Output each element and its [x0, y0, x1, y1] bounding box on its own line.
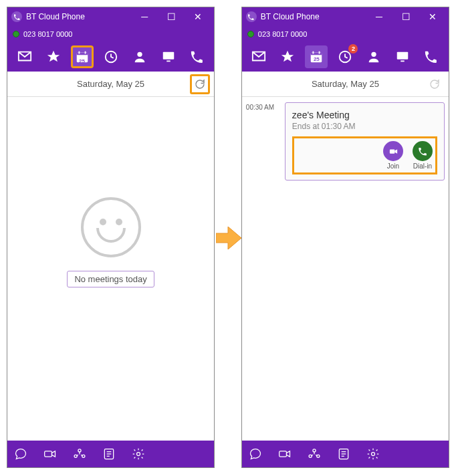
join-action: Join — [383, 141, 403, 170]
svg-point-28 — [309, 455, 312, 457]
minimize-button[interactable]: ─ — [131, 9, 158, 25]
meeting-actions: Join Dial-in — [292, 136, 437, 174]
app-title: BT Cloud Phone — [26, 12, 85, 21]
tab-calendar[interactable]: 25 — [305, 45, 328, 68]
tab-messages[interactable] — [247, 45, 270, 68]
join-label: Join — [387, 162, 399, 170]
svg-rect-8 — [45, 451, 52, 457]
dialin-label: Dial-in — [413, 162, 432, 170]
empty-message: No meetings today — [67, 271, 154, 287]
dialin-action: Dial-in — [413, 141, 433, 170]
date-header: Saturday, May 25 — [7, 72, 214, 97]
svg-rect-7 — [166, 61, 170, 62]
dialin-button[interactable] — [413, 141, 433, 161]
tasks-button[interactable] — [337, 447, 350, 461]
calendar-day-label: 25 — [314, 56, 320, 62]
refresh-icon — [194, 78, 206, 90]
app-icon — [246, 11, 257, 22]
close-button[interactable]: ✕ — [185, 9, 211, 25]
smiley-icon — [81, 197, 141, 257]
chat-button[interactable] — [14, 447, 27, 461]
chat-button[interactable] — [249, 447, 262, 461]
svg-rect-26 — [279, 451, 287, 457]
presence-icon — [13, 31, 19, 37]
notification-badge: 2 — [348, 44, 358, 53]
svg-rect-24 — [401, 61, 405, 62]
date-label: Saturday, May 25 — [77, 79, 144, 89]
maximize-button[interactable]: ☐ — [158, 9, 185, 25]
tab-dialer[interactable] — [420, 45, 443, 68]
arrow-icon — [216, 227, 241, 249]
meeting-subtitle: Ends at 01:30 AM — [292, 122, 437, 131]
nav-tabs: 25 — [7, 42, 214, 72]
status-bar: 023 8017 0000 — [7, 26, 214, 42]
svg-rect-18 — [311, 53, 322, 55]
phone-icon — [418, 146, 428, 156]
tab-favorites[interactable] — [276, 45, 299, 68]
tab-hud[interactable] — [157, 45, 180, 68]
tasks-button[interactable] — [102, 447, 116, 461]
refresh-button[interactable] — [190, 74, 210, 94]
svg-rect-23 — [397, 52, 409, 60]
phone-number: 023 8017 0000 — [258, 30, 307, 38]
settings-button[interactable] — [132, 447, 145, 461]
svg-point-22 — [372, 52, 376, 57]
refresh-icon — [429, 78, 441, 90]
bottom-bar — [242, 441, 449, 467]
tab-messages[interactable] — [13, 45, 36, 68]
app-title: BT Cloud Phone — [261, 12, 320, 21]
date-header: Saturday, May 25 — [242, 72, 449, 97]
maximize-button[interactable]: ☐ — [392, 9, 419, 25]
svg-rect-25 — [389, 149, 394, 153]
video-button[interactable] — [43, 447, 57, 461]
tab-contacts[interactable] — [128, 45, 151, 68]
content-area: 00:30 AM zee's Meeting Ends at 01:30 AM … — [242, 97, 449, 441]
window-after: BT Cloud Phone ─ ☐ ✕ 023 8017 0000 25 2 … — [241, 7, 449, 468]
presence-icon — [247, 31, 254, 37]
meeting-row: 00:30 AM zee's Meeting Ends at 01:30 AM … — [242, 97, 449, 186]
tab-favorites[interactable] — [42, 45, 65, 68]
window-before: BT Cloud Phone ─ ☐ ✕ 023 8017 0000 25 Sa… — [7, 7, 215, 468]
tab-dialer[interactable] — [186, 45, 209, 68]
settings-button[interactable] — [366, 447, 380, 461]
svg-point-5 — [137, 52, 142, 57]
svg-rect-1 — [76, 53, 88, 55]
svg-point-16 — [137, 453, 140, 456]
svg-point-11 — [82, 455, 85, 457]
transition-indicator — [221, 7, 235, 469]
date-label: Saturday, May 25 — [312, 79, 379, 89]
tab-recents[interactable]: 2 — [334, 45, 356, 68]
video-icon — [388, 146, 398, 156]
meeting-time: 00:30 AM — [246, 102, 281, 181]
refresh-button[interactable] — [425, 74, 445, 94]
titlebar: BT Cloud Phone ─ ☐ ✕ — [7, 7, 214, 26]
window-controls: ─ ☐ ✕ — [366, 9, 446, 25]
svg-rect-6 — [162, 52, 174, 60]
phone-number: 023 8017 0000 — [23, 30, 72, 38]
meeting-card[interactable]: zee's Meeting Ends at 01:30 AM Join Dial… — [285, 102, 445, 181]
titlebar: BT Cloud Phone ─ ☐ ✕ — [242, 7, 449, 26]
meetings-button[interactable] — [308, 447, 321, 461]
minimize-button[interactable]: ─ — [366, 9, 392, 25]
content-area: No meetings today — [7, 97, 214, 441]
empty-state: No meetings today — [7, 97, 214, 441]
nav-tabs: 25 2 — [242, 42, 449, 72]
status-bar: 023 8017 0000 — [242, 26, 449, 42]
calendar-day-label: 25 — [79, 58, 85, 64]
svg-point-29 — [317, 455, 320, 457]
app-icon — [11, 11, 22, 22]
tab-calendar[interactable]: 25 — [71, 45, 94, 68]
close-button[interactable]: ✕ — [419, 9, 446, 25]
bottom-bar — [7, 441, 214, 467]
video-button[interactable] — [278, 447, 292, 461]
svg-point-10 — [74, 455, 77, 457]
meetings-button[interactable] — [73, 447, 86, 461]
tab-contacts[interactable] — [362, 45, 385, 68]
join-button[interactable] — [383, 141, 403, 161]
meeting-title: zee's Meeting — [292, 110, 437, 120]
svg-point-34 — [371, 453, 374, 456]
tab-hud[interactable] — [391, 45, 414, 68]
window-controls: ─ ☐ ✕ — [131, 9, 211, 25]
tab-recents[interactable] — [100, 45, 122, 68]
